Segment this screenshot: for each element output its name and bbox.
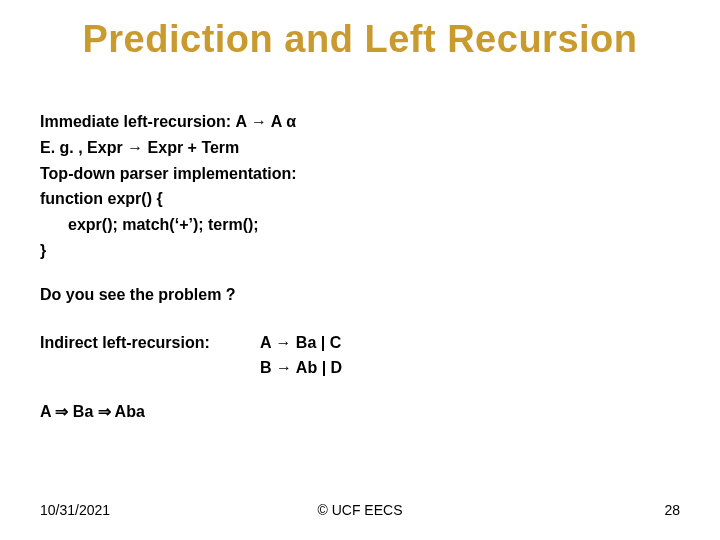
rule-b: B → Ab | D <box>260 356 680 381</box>
line-func-body: expr(); match(‘+’); term(); <box>40 213 680 238</box>
indirect-rules: A → Ba | C B → Ab | D <box>260 331 680 383</box>
line-immediate-lr-text: Immediate left-recursion: <box>40 113 236 130</box>
slide-body: Immediate left-recursion: A → A α E. g. … <box>40 110 680 426</box>
line-immediate-lr: Immediate left-recursion: A → A α <box>40 110 680 135</box>
slide: Prediction and Left Recursion Immediate … <box>0 0 720 540</box>
spacer <box>40 382 680 400</box>
line-immediate-lr-rule: A → A α <box>236 113 297 130</box>
slide-footer: 10/31/2021 © UCF EECS 28 <box>40 502 680 518</box>
line-func-open: function expr() { <box>40 187 680 212</box>
line-question: Do you see the problem ? <box>40 283 680 308</box>
line-func-close: } <box>40 239 680 264</box>
derivation: A ⇒ Ba ⇒ Aba <box>40 400 680 425</box>
slide-title: Prediction and Left Recursion <box>0 18 720 61</box>
rule-a: A → Ba | C <box>260 331 680 356</box>
line-topdown: Top-down parser implementation: <box>40 162 680 187</box>
indirect-row: Indirect left-recursion: A → Ba | C B → … <box>40 331 680 383</box>
footer-copyright: © UCF EECS <box>40 502 680 518</box>
spacer <box>40 265 680 283</box>
line-example: E. g. , Expr → Expr + Term <box>40 136 680 161</box>
spacer <box>40 309 680 331</box>
indirect-label: Indirect left-recursion: <box>40 331 260 382</box>
